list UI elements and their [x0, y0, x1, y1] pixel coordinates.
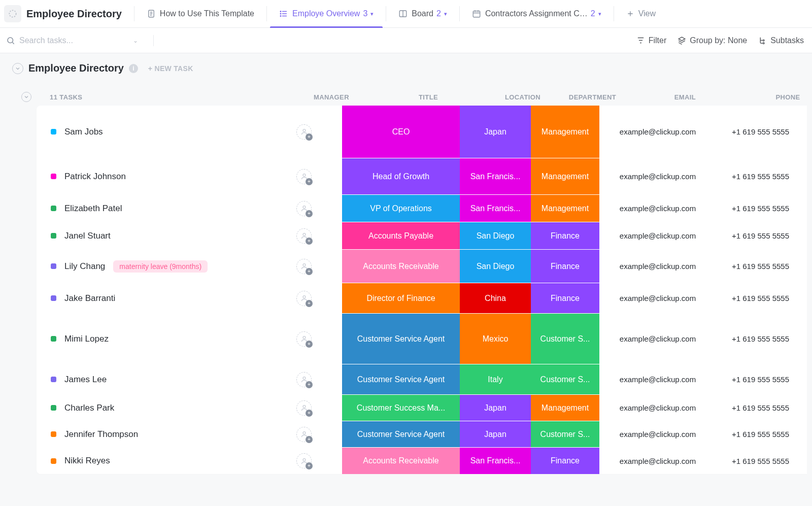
location-cell[interactable]: China [460, 283, 531, 313]
assign-manager-button[interactable]: + [296, 291, 312, 306]
title-cell[interactable]: Accounts Receivable [342, 250, 460, 283]
email-cell[interactable]: example@clickup.com [599, 106, 716, 158]
employee-name[interactable]: Jennifer Thompson [64, 429, 138, 440]
status-square[interactable] [51, 336, 56, 342]
column-header-title[interactable]: TITLE [369, 93, 487, 101]
phone-cell[interactable]: +1 619 555 5555 [716, 222, 805, 249]
table-row[interactable]: Patrick Johnson+Head of GrowthSan Franci… [37, 158, 807, 195]
new-task-button[interactable]: + NEW TASK [148, 64, 193, 73]
tab-board[interactable]: Board 2 ▾ [389, 0, 456, 28]
status-square[interactable] [51, 206, 56, 211]
phone-cell[interactable]: +1 619 555 5555 [716, 106, 805, 158]
location-cell[interactable]: San Diego [460, 222, 531, 249]
email-cell[interactable]: example@clickup.com [599, 421, 716, 447]
title-cell[interactable]: Accounts Receivable [342, 448, 460, 474]
phone-cell[interactable]: +1 619 555 5555 [716, 158, 805, 194]
assign-manager-button[interactable]: + [296, 400, 312, 416]
title-cell[interactable]: CEO [342, 106, 460, 158]
status-square[interactable] [51, 458, 56, 464]
column-header-phone[interactable]: PHONE [743, 93, 812, 101]
department-cell[interactable]: Management [531, 195, 599, 222]
table-row[interactable]: Mimi Lopez+Customer Service AgentMexicoC… [37, 314, 807, 364]
status-square[interactable] [51, 174, 56, 179]
location-cell[interactable]: San Francis... [460, 195, 531, 222]
location-cell[interactable]: Mexico [460, 314, 531, 364]
department-cell[interactable]: Finance [531, 222, 599, 249]
status-square[interactable] [51, 295, 56, 301]
assign-manager-button[interactable]: + [296, 169, 312, 184]
email-cell[interactable]: example@clickup.com [599, 283, 716, 313]
phone-cell[interactable]: +1 619 555 5555 [716, 395, 805, 421]
status-square[interactable] [51, 129, 56, 134]
location-cell[interactable]: San Francis... [460, 448, 531, 474]
employee-name[interactable]: Sam Jobs [64, 127, 103, 137]
email-cell[interactable]: example@clickup.com [599, 314, 716, 364]
title-cell[interactable]: Customer Service Agent [342, 314, 460, 364]
location-cell[interactable]: Japan [460, 395, 531, 421]
status-square[interactable] [51, 263, 56, 269]
assign-manager-button[interactable]: + [296, 331, 312, 347]
employee-name[interactable]: Nikki Reyes [64, 456, 110, 466]
table-row[interactable]: Charles Park+Customer Success Ma...Japan… [37, 395, 807, 421]
assign-manager-button[interactable]: + [296, 427, 312, 442]
location-cell[interactable]: Japan [460, 106, 531, 158]
email-cell[interactable]: example@clickup.com [599, 222, 716, 249]
department-cell[interactable]: Customer S... [531, 314, 599, 364]
department-cell[interactable]: Management [531, 106, 599, 158]
department-cell[interactable]: Customer S... [531, 421, 599, 447]
column-header-email[interactable]: EMAIL [627, 93, 743, 101]
collapse-group-button[interactable] [12, 63, 23, 74]
table-row[interactable]: Elizabeth Patel+VP of OperationsSan Fran… [37, 195, 807, 222]
email-cell[interactable]: example@clickup.com [599, 158, 716, 194]
email-cell[interactable]: example@clickup.com [599, 250, 716, 283]
phone-cell[interactable]: +1 619 555 5555 [716, 448, 805, 474]
assign-manager-button[interactable]: + [296, 372, 312, 387]
phone-cell[interactable]: +1 619 555 5555 [716, 364, 805, 394]
location-cell[interactable]: Japan [460, 421, 531, 447]
status-square[interactable] [51, 377, 56, 382]
column-header-location[interactable]: LOCATION [487, 93, 558, 101]
search-dropdown-chevron[interactable]: ⌄ [133, 37, 138, 44]
title-cell[interactable]: Accounts Payable [342, 222, 460, 249]
table-row[interactable]: Janel Stuart+Accounts PayableSan DiegoFi… [37, 222, 807, 250]
tab-how-to-use[interactable]: How to Use This Template [138, 0, 263, 28]
location-cell[interactable]: San Francis... [460, 158, 531, 194]
column-header-department[interactable]: DEPARTMENT [558, 93, 627, 101]
department-cell[interactable]: Management [531, 158, 599, 194]
department-cell[interactable]: Customer S... [531, 364, 599, 394]
table-row[interactable]: James Lee+Customer Service AgentItalyCus… [37, 364, 807, 395]
groupby-button[interactable]: Group by: None [675, 36, 749, 45]
table-row[interactable]: Jake Barranti+Director of FinanceChinaFi… [37, 283, 807, 314]
info-icon[interactable]: i [129, 64, 138, 73]
title-cell[interactable]: Customer Success Ma... [342, 395, 460, 421]
assign-manager-button[interactable]: + [296, 228, 312, 244]
location-cell[interactable]: Italy [460, 364, 531, 394]
employee-name[interactable]: James Lee [64, 375, 107, 385]
add-view-button[interactable]: View [617, 9, 665, 18]
table-row[interactable]: Lily Changmaternity leave (9months)+Acco… [37, 250, 807, 283]
employee-name[interactable]: Charles Park [64, 403, 114, 413]
employee-name[interactable]: Lily Chang [64, 261, 105, 272]
collapse-all-button[interactable] [21, 92, 31, 102]
status-square[interactable] [51, 431, 56, 437]
title-cell[interactable]: Head of Growth [342, 158, 460, 194]
title-cell[interactable]: VP of Operations [342, 195, 460, 222]
email-cell[interactable]: example@clickup.com [599, 448, 716, 474]
email-cell[interactable]: example@clickup.com [599, 364, 716, 394]
department-cell[interactable]: Finance [531, 283, 599, 313]
employee-name[interactable]: Patrick Johnson [64, 172, 126, 182]
phone-cell[interactable]: +1 619 555 5555 [716, 250, 805, 283]
email-cell[interactable]: example@clickup.com [599, 395, 716, 421]
employee-name[interactable]: Elizabeth Patel [64, 204, 122, 214]
employee-name[interactable]: Jake Barranti [64, 293, 115, 303]
assign-manager-button[interactable]: + [296, 124, 312, 140]
assign-manager-button[interactable]: + [296, 259, 312, 274]
search-input[interactable] [19, 36, 121, 45]
phone-cell[interactable]: +1 619 555 5555 [716, 421, 805, 447]
department-cell[interactable]: Finance [531, 250, 599, 283]
status-tag[interactable]: maternity leave (9months) [113, 260, 208, 273]
employee-name[interactable]: Janel Stuart [64, 231, 111, 241]
title-cell[interactable]: Customer Service Agent [342, 364, 460, 394]
tab-employee-overview[interactable]: Employe Overview 3 ▾ [270, 0, 383, 28]
location-cell[interactable]: San Diego [460, 250, 531, 283]
